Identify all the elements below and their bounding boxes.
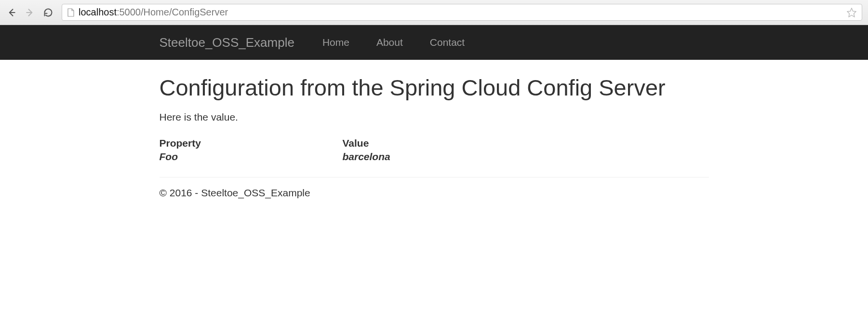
browser-nav-buttons [6,7,54,18]
forward-button[interactable] [24,7,36,18]
table-cell-property: Foo [160,150,343,164]
app-navbar: Steeltoe_OSS_Example Home About Contact [0,25,868,60]
page-file-icon [67,8,75,17]
config-table: Property Value Foo barcelona [160,137,709,164]
address-bar[interactable]: localhost:5000/Home/ConfigServer [62,4,862,21]
nav-link-about[interactable]: About [363,37,416,48]
table-header-property: Property [160,137,343,150]
divider [160,177,709,178]
brand[interactable]: Steeltoe_OSS_Example [160,35,309,50]
nav-links: Home About Contact [309,37,478,48]
table-header-value: Value [343,137,369,150]
table-row: Foo barcelona [160,150,709,164]
page-title: Configuration from the Spring Cloud Conf… [160,74,709,101]
reload-button[interactable] [42,7,54,18]
nav-link-home[interactable]: Home [309,37,363,48]
page-lead: Here is the value. [160,111,709,123]
url-path: :5000/Home/ConfigServer [117,7,228,17]
table-header-row: Property Value [160,137,709,150]
address-url: localhost:5000/Home/ConfigServer [79,7,842,18]
bookmark-star-icon[interactable] [846,7,857,18]
browser-toolbar: localhost:5000/Home/ConfigServer [0,0,868,25]
url-host: localhost [79,7,117,17]
nav-link-contact[interactable]: Contact [416,37,478,48]
table-cell-value: barcelona [343,150,390,164]
back-button[interactable] [6,7,17,18]
page-container: Configuration from the Spring Cloud Conf… [152,60,716,218]
footer-text: © 2016 - Steeltoe_OSS_Example [160,187,709,199]
svg-marker-2 [847,8,856,16]
